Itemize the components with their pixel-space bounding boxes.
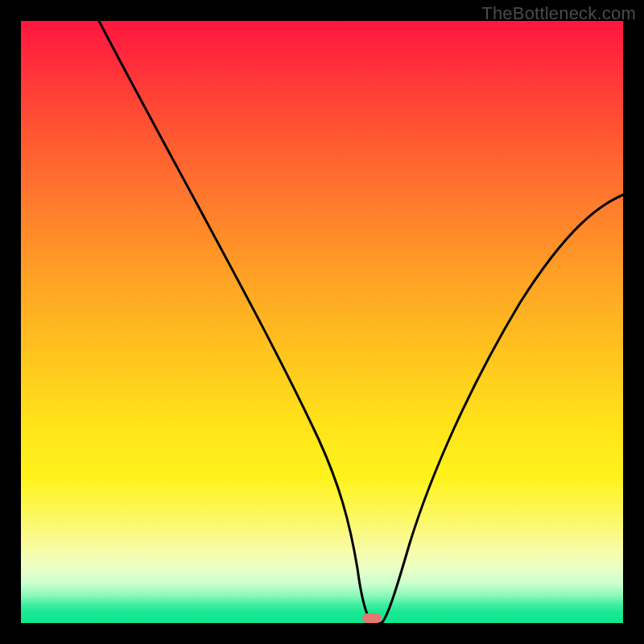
- chart-frame: TheBottleneck.com: [0, 0, 644, 644]
- curve-path: [99, 21, 623, 623]
- watermark-text: TheBottleneck.com: [481, 3, 636, 24]
- bottleneck-curve: [21, 21, 623, 623]
- optimal-marker: [362, 613, 382, 623]
- plot-area: [21, 21, 623, 623]
